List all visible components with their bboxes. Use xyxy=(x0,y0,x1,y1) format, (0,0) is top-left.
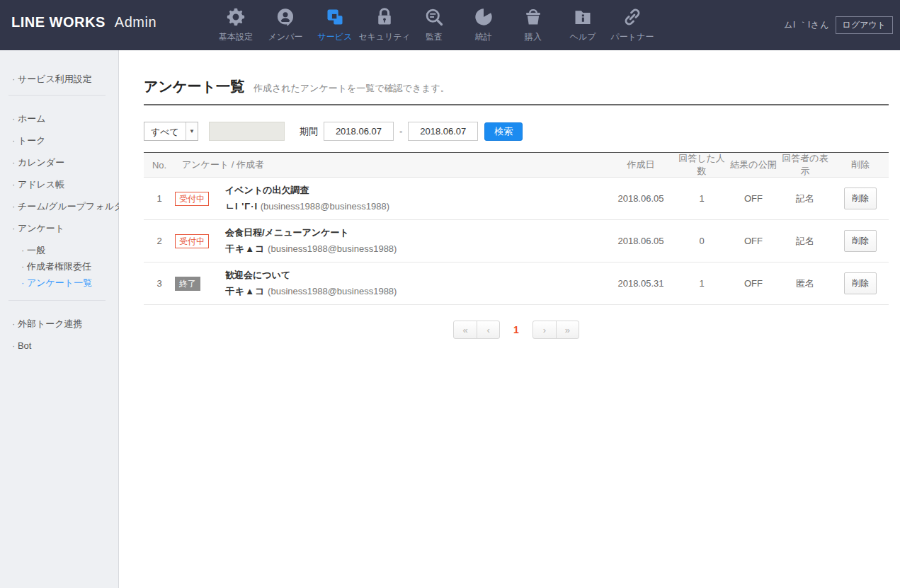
user-name: ムl ｀lさん xyxy=(784,19,830,31)
main-content: アンケート一覧 作成されたアンケートを一覧で確認できます。 すべて ▼ 期間 -… xyxy=(119,50,900,588)
sidebar-item-bot[interactable]: Bot xyxy=(0,340,118,352)
respondent-display-value: 記名 xyxy=(778,235,832,248)
brand-suffix: Admin xyxy=(115,14,156,30)
result-public-value: OFF xyxy=(729,236,778,246)
creator-name: ㄴl 'Γ·l xyxy=(225,201,258,212)
column-respondent-display: 回答者の表示 xyxy=(778,152,832,178)
nav-label: サービス xyxy=(318,31,353,43)
nav-label: メンバー xyxy=(268,31,303,43)
topbar: LINE WORKS Admin 基本設定 メンバー サービス セキュリティ xyxy=(0,0,900,50)
page-description: 作成されたアンケートを一覧で確認できます。 xyxy=(254,82,450,95)
delete-button[interactable]: 削除 xyxy=(844,272,877,294)
column-respondents: 回答した人数 xyxy=(675,152,729,178)
app-logo: LINE WORKS Admin xyxy=(11,14,156,30)
sidebar-item-external-talk[interactable]: 外部トーク連携 xyxy=(0,318,118,330)
table-row: 2 受付中 会食日程/メニューアンケート 干キ▲コ (business1988@… xyxy=(144,220,889,263)
respondent-display-value: 匿名 xyxy=(778,277,832,290)
nav-item-statistics[interactable]: 統計 xyxy=(459,0,508,50)
date-from-input[interactable] xyxy=(324,122,394,141)
audit-icon xyxy=(424,5,444,29)
status-badge: 受付中 xyxy=(175,192,209,206)
survey-title-link[interactable]: 会食日程/メニューアンケート xyxy=(225,226,397,239)
sidebar-item-team-group-folder[interactable]: チーム/グループフォルダ xyxy=(0,200,118,212)
nav-label: 統計 xyxy=(475,31,492,43)
nav-label: 監査 xyxy=(426,31,443,43)
sidebar-item-service-usage-settings[interactable]: サービス利用設定 xyxy=(0,73,118,85)
sidebar-item-survey-general[interactable]: 一般 xyxy=(0,244,118,256)
column-no: No. xyxy=(144,160,175,171)
nav-item-partner[interactable]: パートナー xyxy=(608,0,657,50)
result-public-value: OFF xyxy=(729,193,778,204)
survey-title-link[interactable]: 歓迎会について xyxy=(225,269,397,282)
respondent-count: 1 xyxy=(675,193,729,204)
nav-item-members[interactable]: メンバー xyxy=(261,0,310,50)
page-header: アンケート一覧 作成されたアンケートを一覧で確認できます。 xyxy=(144,77,889,96)
status-badge: 終了 xyxy=(175,277,200,291)
date-to-input[interactable] xyxy=(408,122,478,141)
basket-icon xyxy=(523,5,543,29)
nav-item-audit[interactable]: 監査 xyxy=(409,0,459,50)
created-date: 2018.05.31 xyxy=(607,278,675,289)
survey-creator: 干キ▲コ (business1988@business1988) xyxy=(225,285,397,298)
sidebar-divider xyxy=(8,300,106,301)
page-title-rule xyxy=(144,104,889,105)
survey-creator: ㄴl 'Γ·l (business1988@business1988) xyxy=(225,200,389,213)
nav-item-basic-settings[interactable]: 基本設定 xyxy=(211,0,261,50)
type-select-value: すべて xyxy=(144,122,186,140)
top-navigation: 基本設定 メンバー サービス セキュリティ 監査 xyxy=(211,0,657,50)
table-row: 3 終了 歓迎会について 干キ▲コ (business1988@business… xyxy=(144,263,889,305)
pagination-back-group: « ‹ xyxy=(453,321,500,339)
next-page-button[interactable]: › xyxy=(533,321,556,338)
nav-item-security[interactable]: セキュリティ xyxy=(360,0,409,50)
creator-name: 干キ▲コ xyxy=(225,286,265,296)
column-survey-creator: アンケート / 作成者 xyxy=(175,158,607,171)
column-result-public: 結果の公開 xyxy=(729,158,778,171)
type-select-dropdown[interactable]: すべて ▼ xyxy=(144,122,198,141)
sidebar-item-survey-creator-delegation[interactable]: 作成者権限委任 xyxy=(0,260,118,272)
status-badge: 受付中 xyxy=(175,234,209,248)
sidebar-item-survey[interactable]: アンケート xyxy=(0,222,118,234)
page-title: アンケート一覧 xyxy=(144,77,244,96)
nav-label: 購入 xyxy=(525,31,542,43)
sidebar-item-talk[interactable]: トーク xyxy=(0,134,118,146)
sidebar: サービス利用設定 ホーム トーク カレンダー アドレス帳 チーム/グループフォル… xyxy=(0,50,119,588)
sidebar-item-calendar[interactable]: カレンダー xyxy=(0,156,118,168)
topbar-user-area: ムl ｀lさん ログアウト xyxy=(784,0,893,50)
logout-button[interactable]: ログアウト xyxy=(836,16,893,34)
survey-title-link[interactable]: イベントの出欠調査 xyxy=(225,184,389,197)
delete-button[interactable]: 削除 xyxy=(844,230,877,252)
row-number: 1 xyxy=(144,193,175,204)
nav-item-service[interactable]: サービス xyxy=(310,0,360,50)
result-public-value: OFF xyxy=(729,278,778,289)
row-number: 3 xyxy=(144,278,175,289)
nav-item-purchase[interactable]: 購入 xyxy=(508,0,558,50)
search-button[interactable]: 検索 xyxy=(484,122,523,141)
delete-button[interactable]: 削除 xyxy=(844,188,877,209)
sidebar-item-home[interactable]: ホーム xyxy=(0,113,118,125)
nav-label: パートナー xyxy=(611,31,654,43)
column-delete: 削除 xyxy=(832,158,889,171)
pagination-forward-group: › » xyxy=(532,321,579,339)
prev-page-button[interactable]: ‹ xyxy=(477,321,499,338)
nav-item-help[interactable]: ヘルプ xyxy=(558,0,608,50)
nav-label: 基本設定 xyxy=(219,31,253,43)
period-label: 期間 xyxy=(300,125,318,138)
gear-icon xyxy=(226,5,246,29)
sidebar-item-survey-list[interactable]: アンケート一覧 xyxy=(0,277,118,289)
sidebar-divider xyxy=(8,95,106,96)
creator-name: 干キ▲コ xyxy=(225,243,265,254)
nav-label: セキュリティ xyxy=(358,31,411,43)
sidebar-item-address-book[interactable]: アドレス帳 xyxy=(0,178,118,190)
date-range-dash: - xyxy=(399,126,402,137)
pagination: « ‹ 1 › » xyxy=(144,321,889,339)
filter-bar: すべて ▼ 期間 - 検索 xyxy=(144,122,889,141)
created-date: 2018.06.05 xyxy=(607,193,675,204)
first-page-button[interactable]: « xyxy=(454,321,477,338)
last-page-button[interactable]: » xyxy=(556,321,579,338)
table-row: 1 受付中 イベントの出欠調査 ㄴl 'Γ·l (business1988@bu… xyxy=(144,178,889,220)
nav-label: ヘルプ xyxy=(570,31,596,43)
lock-icon xyxy=(375,5,394,29)
stats-icon xyxy=(474,5,494,29)
creator-email: (business1988@business1988) xyxy=(268,243,397,254)
service-icon xyxy=(325,5,345,29)
